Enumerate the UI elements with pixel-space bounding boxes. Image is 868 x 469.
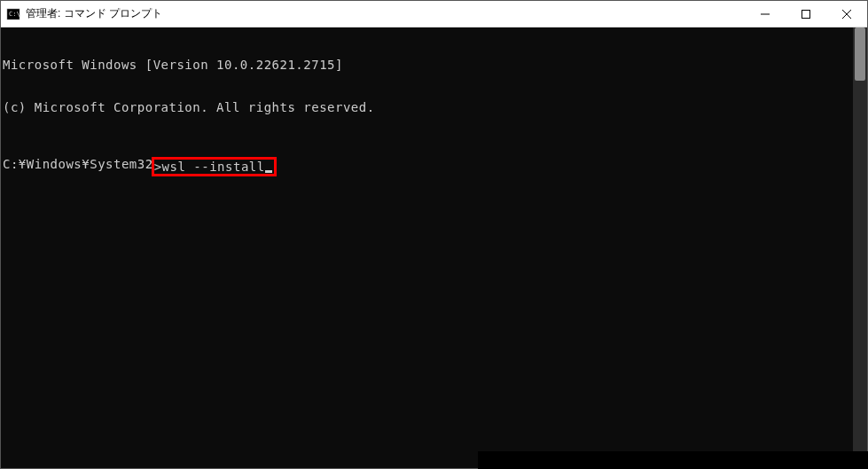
- vertical-scrollbar[interactable]: [853, 27, 867, 468]
- prompt-line: C:¥Windows¥System32>wsl --install: [3, 157, 853, 176]
- typed-command: wsl --install: [162, 160, 265, 174]
- terminal-area[interactable]: Microsoft Windows [Version 10.0.22621.27…: [1, 27, 867, 468]
- terminal-content[interactable]: Microsoft Windows [Version 10.0.22621.27…: [1, 27, 853, 468]
- command-highlight: >wsl --install: [152, 157, 277, 176]
- svg-text:C:\: C:\: [9, 11, 20, 18]
- maximize-button[interactable]: [786, 1, 826, 27]
- titlebar[interactable]: C:\ 管理者: コマンド プロンプト: [1, 1, 867, 27]
- text-cursor: [265, 170, 272, 173]
- close-button[interactable]: [826, 1, 867, 27]
- prompt-char: >: [154, 160, 162, 174]
- window-controls: [745, 1, 867, 27]
- output-line: Microsoft Windows [Version 10.0.22621.27…: [3, 58, 853, 72]
- window-title: 管理者: コマンド プロンプト: [26, 6, 745, 21]
- command-prompt-window: C:\ 管理者: コマンド プロンプト Microsoft Windows [V…: [0, 0, 868, 469]
- output-line: (c) Microsoft Corporation. All rights re…: [3, 100, 853, 114]
- bottom-overlay: [478, 451, 868, 469]
- minimize-button[interactable]: [745, 1, 786, 27]
- cmd-icon: C:\: [6, 7, 20, 21]
- svg-rect-3: [802, 10, 810, 18]
- scrollbar-thumb[interactable]: [855, 27, 865, 81]
- prompt-path: C:¥Windows¥System32: [3, 157, 153, 171]
